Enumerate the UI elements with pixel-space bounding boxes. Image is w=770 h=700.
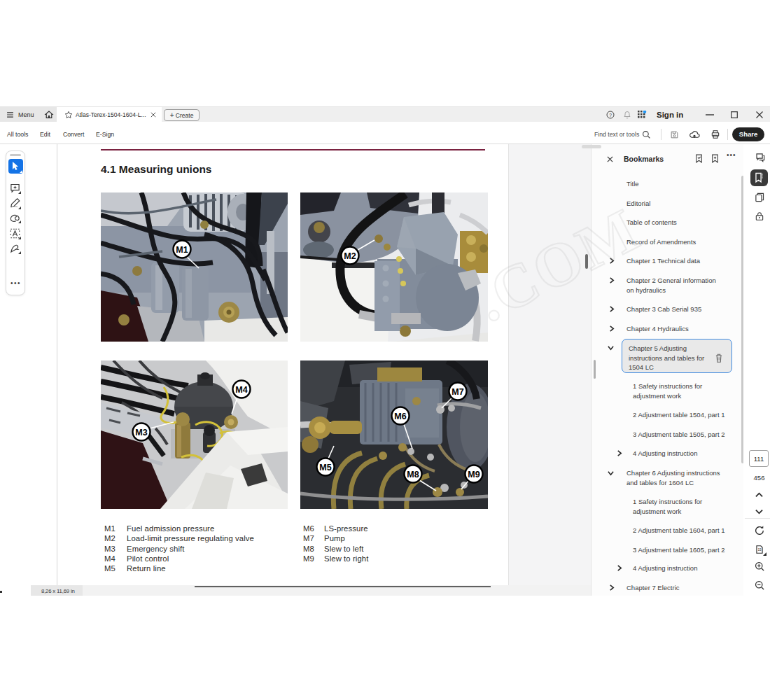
svg-text:M2: M2 (344, 251, 356, 261)
svg-text:M9: M9 (468, 470, 479, 479)
svg-text:15: 15 (757, 548, 762, 552)
svg-text:M7: M7 (451, 387, 463, 397)
svg-text:?: ? (609, 113, 612, 118)
svg-text:M3: M3 (135, 428, 147, 438)
svg-text:M8: M8 (407, 470, 419, 479)
svg-text:M5: M5 (319, 463, 331, 472)
svg-text:M1: M1 (176, 245, 188, 255)
svg-text:M6: M6 (394, 412, 406, 421)
svg-text:M4: M4 (235, 385, 247, 395)
